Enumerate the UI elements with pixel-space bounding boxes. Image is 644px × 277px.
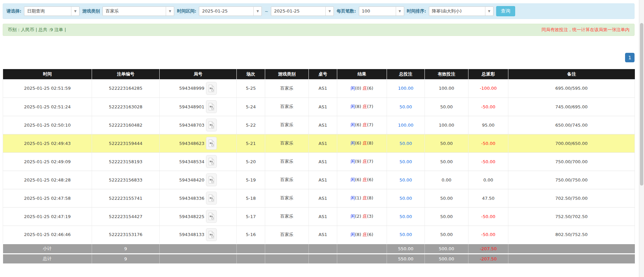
total-bet-link[interactable]: 100.00 [398,123,414,128]
time-sort-label: 时间排序: [407,8,426,14]
game-type: 百家乐 [265,98,309,116]
banker-result: 庄 [363,159,367,164]
table-row[interactable]: 2025-01-25 02:47:58522223155741594348336… [3,189,635,207]
time-sort-dropdown[interactable]: 降幂(由大到小) ▼ [429,6,493,16]
table-row[interactable]: 2025-01-25 02:48:28522223156833594348420… [3,171,635,189]
video-file-glyph [208,194,215,202]
valid-bet: 50.00 [425,134,468,152]
subtotal-valid-bet: 500.00 [425,244,468,254]
date-end-dropdown[interactable]: 2025-01-25 ▼ [271,6,334,16]
select-type-dropdown[interactable]: 日期查询 ▼ [24,6,79,16]
valid-bet: 100.00 [425,116,468,134]
total-bet: 50.00 [387,226,425,244]
scrollbar-thumb[interactable] [640,23,643,186]
game-type: 百家乐 [265,152,309,171]
total-bet: 50.00 [387,152,425,171]
chevron-down-icon[interactable]: ▼ [253,7,261,16]
bet-id: 522223159444 [92,134,160,152]
select-type-value: 日期查询 [24,7,71,16]
player-result: 闲 [351,86,355,91]
game-type-value: 百家乐 [103,7,166,16]
valid-bet: 50.00 [425,152,468,171]
table-row[interactable]: 2025-01-25 02:49:43522223159444594348623… [3,134,635,152]
player-result: 闲 [351,214,355,219]
table-row[interactable]: 2025-01-25 02:51:24522223163028594348901… [3,98,635,116]
bet-id: 522223154427 [92,207,160,226]
chevron-down-icon[interactable]: ▼ [71,7,79,16]
chevron-down-icon[interactable]: ▼ [325,7,334,16]
date-end-value: 2025-01-25 [271,7,325,16]
table-no: AS1 [309,79,337,98]
total-bet: 50.00 [387,98,425,116]
round-number: 594348336 [179,196,204,201]
total-bet-link[interactable]: 50.00 [399,232,412,237]
header-valid-bet: 有效投注 [425,69,468,79]
video-icon[interactable] [206,173,217,186]
bet-records-table: 时间 注单编号 局号 场次 游戏类别 桌号 结果 总投注 有效投注 总派彩 备注… [3,69,635,263]
video-file-glyph [208,176,215,184]
total-bet-link[interactable]: 50.00 [399,141,412,146]
chevron-down-icon[interactable]: ▼ [485,7,493,16]
vertical-scrollbar[interactable] [639,0,644,277]
video-icon[interactable] [206,155,217,168]
game-type-label: 游戏类别 [82,8,100,14]
header-result: 结果 [337,69,387,79]
table-row[interactable]: 2025-01-25 02:49:09522223158193594348534… [3,152,635,171]
total-bet-link[interactable]: 50.00 [399,177,412,183]
round-id: 594348133 [160,226,237,244]
search-button[interactable]: 查询 [496,6,515,16]
table-row[interactable]: 2025-01-25 02:46:46522223153176594348133… [3,226,635,244]
total-bet-link[interactable]: 50.00 [399,196,412,201]
video-file-glyph [208,103,215,111]
summary-bar: 币别：人民币 | 总共 :9 注单 | 同局有效投注，统一计算在该局第一张注单内 [3,24,635,36]
total-bet-link[interactable]: 50.00 [399,159,412,164]
session: 5-17 [237,207,265,226]
bet-id: 522223153176 [92,226,160,244]
session: 5-21 [237,134,265,152]
video-icon[interactable] [206,100,217,113]
note: 702.50/750.00 [508,189,635,207]
video-icon[interactable] [206,119,217,131]
video-file-glyph [208,212,215,220]
total-total-bet: 550.00 [387,254,425,263]
total-bet-link[interactable]: 100.00 [398,86,414,91]
table-no: AS1 [309,171,337,189]
table-row[interactable]: 2025-01-25 02:50:10522223160482594348703… [3,116,635,134]
round-number: 594348623 [179,141,204,146]
video-icon[interactable] [206,210,217,223]
pagination: 1 [3,53,635,62]
header-total-bet: 总投注 [387,69,425,79]
game-type-dropdown[interactable]: 百家乐 ▼ [102,6,174,16]
payout: -50.00 [468,207,508,226]
payout: 47.50 [468,189,508,207]
banker-result: 庄 [363,214,367,219]
note: 745.00/695.00 [508,98,635,116]
video-icon[interactable] [206,137,217,150]
game-type: 百家乐 [265,171,309,189]
bet-time: 2025-01-25 02:49:43 [3,134,92,152]
date-start-dropdown[interactable]: 2025-01-25 ▼ [199,6,262,16]
round-number: 594348703 [179,123,204,128]
banker-result: 庄 [363,232,367,237]
table-row[interactable]: 2025-01-25 02:51:59522223164285594348999… [3,79,635,98]
valid-bet: 50.00 [425,189,468,207]
game-type: 百家乐 [265,116,309,134]
player-result: 闲 [351,159,355,164]
video-icon[interactable] [206,228,217,241]
video-file-glyph [208,84,215,92]
video-icon[interactable] [206,82,217,95]
page-1-button[interactable]: 1 [625,53,635,62]
page-content: 请选择: 日期查询 ▼ 游戏类别 百家乐 ▼ 时间区间: 2025-01-25 … [3,3,635,263]
chevron-down-icon[interactable]: ▼ [166,7,174,16]
result: 闲(6) 庄(7) [337,116,387,134]
table-row[interactable]: 2025-01-25 02:47:19522223154427594348225… [3,207,635,226]
total-bet-link[interactable]: 50.00 [399,214,412,219]
chevron-down-icon[interactable]: ▼ [396,7,404,16]
banker-result: 庄 [363,141,367,146]
total-bet-link[interactable]: 50.00 [399,104,412,109]
video-icon[interactable] [206,192,217,205]
page-size-dropdown[interactable]: 100 ▼ [359,6,404,16]
video-file-glyph [208,231,215,239]
bet-time: 2025-01-25 02:51:24 [3,98,92,116]
banker-result: 庄 [363,195,367,200]
